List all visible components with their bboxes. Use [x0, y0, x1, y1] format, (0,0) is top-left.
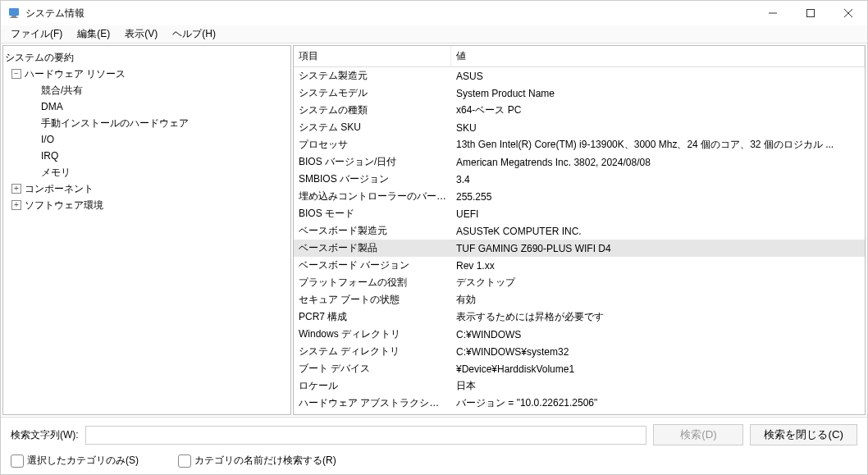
list-row[interactable]: システムモデルSystem Product Name [294, 84, 865, 102]
cell-item: ハードウェア アブストラクション レイヤー [294, 396, 451, 410]
svg-rect-4 [807, 10, 815, 17]
list-row[interactable]: セキュア ブートの状態有効 [294, 291, 865, 308]
list-row[interactable]: PCR7 構成表示するためには昇格が必要です [294, 308, 865, 326]
footer: 検索文字列(W): 検索(D) 検索を閉じる(C) 選択したカテゴリのみ(S) … [1, 417, 867, 474]
svg-rect-1 [11, 16, 16, 17]
collapse-icon[interactable]: − [11, 69, 21, 79]
list-row[interactable]: システム ディレクトリC:¥WINDOWS¥system32 [294, 343, 865, 360]
cell-value: System Product Name [451, 88, 865, 99]
tree-label: 競合/共有 [41, 84, 83, 98]
menu-view[interactable]: 表示(V) [118, 25, 164, 43]
expand-icon[interactable]: + [11, 200, 21, 210]
tree-root[interactable]: システムの要約 [5, 49, 289, 66]
tree-components[interactable]: + コンポーネント [5, 180, 289, 197]
list-row[interactable]: システム製造元ASUS [294, 67, 865, 84]
menu-edit[interactable]: 編集(E) [71, 25, 116, 43]
cell-item: システム ディレクトリ [294, 345, 451, 359]
cell-value: 日本 [451, 379, 865, 393]
cell-item: システムモデル [294, 86, 451, 100]
maximize-button[interactable] [792, 1, 829, 25]
svg-rect-0 [9, 8, 19, 16]
cell-value: ASUSTeK COMPUTER INC. [451, 226, 865, 237]
tree-hardware[interactable]: − ハードウェア リソース [5, 66, 289, 82]
search-input[interactable] [85, 426, 647, 445]
category-names-only-checkbox[interactable]: カテゴリの名前だけ検索する(R) [178, 454, 336, 468]
cell-value: American Megatrends Inc. 3802, 2024/08/0… [451, 157, 865, 168]
tree-label: IRQ [41, 150, 58, 162]
cell-value: UEFI [451, 208, 865, 220]
list-row[interactable]: ベースボード製品TUF GAMING Z690-PLUS WIFI D4 [294, 240, 865, 257]
window-controls [754, 1, 867, 25]
svg-rect-2 [10, 17, 18, 18]
list-row[interactable]: プラットフォームの役割デスクトップ [294, 274, 865, 291]
menu-file[interactable]: ファイル(F) [4, 25, 69, 43]
cell-value: C:¥WINDOWS [451, 329, 865, 340]
selected-category-only-checkbox[interactable]: 選択したカテゴリのみ(S) [11, 454, 139, 468]
checkbox-label: 選択したカテゴリのみ(S) [27, 454, 139, 468]
app-icon [7, 7, 21, 20]
cell-item: SMBIOS バージョン [294, 172, 451, 186]
tree-pane[interactable]: システムの要約 − ハードウェア リソース 競合/共有DMA手動インストールのハ… [2, 45, 291, 415]
cell-value: TUF GAMING Z690-PLUS WIFI D4 [451, 243, 865, 254]
column-item[interactable]: 項目 [294, 46, 451, 66]
cell-value: デスクトップ [451, 276, 865, 290]
close-find-button[interactable]: 検索を閉じる(C) [750, 424, 857, 445]
cell-item: ベースボード製造元 [294, 224, 451, 238]
cell-value: C:¥WINDOWS¥system32 [451, 346, 865, 358]
cell-value: 表示するためには昇格が必要です [451, 310, 865, 324]
cell-value: 有効 [451, 293, 865, 307]
tree-item[interactable]: IRQ [5, 148, 289, 164]
list-row[interactable]: SMBIOS バージョン3.4 [294, 171, 865, 188]
list-row[interactable]: プロセッサ13th Gen Intel(R) Core(TM) i9-13900… [294, 136, 865, 153]
tree-label: ソフトウェア環境 [25, 199, 103, 212]
list-row[interactable]: 埋め込みコントローラーのバージョン255.255 [294, 188, 865, 205]
tree-item[interactable]: DMA [5, 98, 289, 115]
checkbox-icon [11, 454, 24, 468]
cell-item: プラットフォームの役割 [294, 276, 451, 290]
expand-icon[interactable]: + [11, 184, 21, 194]
list-pane[interactable]: 項目 値 システム製造元ASUSシステムモデルSystem Product Na… [293, 45, 866, 415]
list-row[interactable]: ベースボード製造元ASUSTeK COMPUTER INC. [294, 222, 865, 240]
list-row[interactable]: ハードウェア アブストラクション レイヤーバージョン = "10.0.22621… [294, 395, 865, 412]
find-button[interactable]: 検索(D) [653, 424, 743, 445]
tree-label: コンポーネント [25, 182, 94, 196]
cell-item: ブート デバイス [294, 362, 451, 376]
list-row[interactable]: システム SKUSKU [294, 119, 865, 136]
close-button[interactable] [829, 1, 867, 25]
list-row[interactable]: ブート デバイス¥Device¥HarddiskVolume1 [294, 360, 865, 377]
tree-item[interactable]: メモリ [5, 164, 289, 180]
search-label: 検索文字列(W): [11, 428, 79, 442]
window-title: システム情報 [25, 7, 754, 21]
list-row[interactable]: ロケール日本 [294, 377, 865, 395]
tree-item[interactable]: I/O [5, 131, 289, 148]
cell-item: Windows ディレクトリ [294, 327, 451, 341]
tree-label: システムの要約 [5, 51, 74, 65]
menu-help[interactable]: ヘルプ(H) [166, 25, 222, 43]
list-row[interactable]: BIOS バージョン/日付American Megatrends Inc. 38… [294, 153, 865, 171]
list-row[interactable]: ベースボード バージョンRev 1.xx [294, 257, 865, 274]
cell-value: 13th Gen Intel(R) Core(TM) i9-13900K、300… [451, 138, 865, 152]
tree-software[interactable]: + ソフトウェア環境 [5, 197, 289, 213]
main-splitter: システムの要約 − ハードウェア リソース 競合/共有DMA手動インストールのハ… [1, 43, 867, 417]
list-row[interactable]: システムの種類x64-ベース PC [294, 102, 865, 119]
list-header: 項目 値 [294, 46, 865, 67]
cell-item: プロセッサ [294, 138, 451, 152]
cell-item: システム SKU [294, 121, 451, 135]
cell-item: ベースボード製品 [294, 241, 451, 255]
cell-value: 3.4 [451, 174, 865, 185]
list-row[interactable]: BIOS モードUEFI [294, 205, 865, 222]
minimize-button[interactable] [754, 1, 792, 25]
tree-label: メモリ [41, 166, 71, 180]
cell-item: セキュア ブートの状態 [294, 293, 451, 307]
list-row[interactable]: Windows ディレクトリC:¥WINDOWS [294, 326, 865, 343]
tree-item[interactable]: 手動インストールのハードウェア [5, 115, 289, 131]
cell-item: ロケール [294, 379, 451, 393]
tree-item[interactable]: 競合/共有 [5, 82, 289, 98]
menubar: ファイル(F) 編集(E) 表示(V) ヘルプ(H) [1, 25, 867, 43]
tree-label: 手動インストールのハードウェア [41, 116, 189, 130]
column-value[interactable]: 値 [451, 46, 865, 66]
checkbox-label: カテゴリの名前だけ検索する(R) [194, 454, 336, 468]
cell-item: BIOS モード [294, 207, 451, 221]
cell-item: BIOS バージョン/日付 [294, 155, 451, 169]
cell-value: x64-ベース PC [451, 103, 865, 117]
